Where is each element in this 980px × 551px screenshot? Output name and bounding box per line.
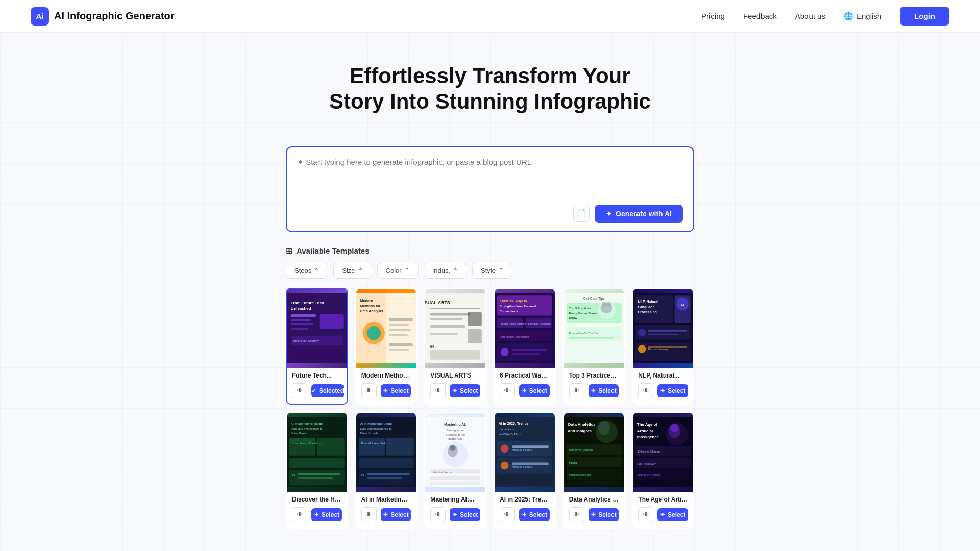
template-card[interactable]: AI in Marketing: Using Data and Intellig… bbox=[286, 412, 348, 529]
svg-text:digital Age: digital Age bbox=[449, 438, 462, 441]
svg-text:Medicine Sources: Medicine Sources bbox=[433, 471, 453, 474]
preview-button[interactable]: 👁 bbox=[500, 383, 515, 398]
select-button[interactable]: ✦ Select bbox=[381, 384, 411, 397]
svg-text:Artificial: Artificial bbox=[637, 429, 653, 433]
generate-button[interactable]: ✦ Generate with AI bbox=[595, 205, 683, 223]
select-button[interactable]: ✦ Select bbox=[519, 384, 550, 397]
template-thumbnail: NLP, Natural Language Processing AI Mach… bbox=[633, 289, 693, 368]
svg-text:VISUAL ARTS: VISUAL ARTS bbox=[425, 300, 450, 305]
preview-button[interactable]: 👁 bbox=[638, 507, 653, 522]
svg-text:Personalization and: Personalization and bbox=[569, 474, 591, 477]
preview-button[interactable]: 👁 bbox=[292, 507, 307, 522]
template-title: Discover the Hidde... bbox=[292, 496, 342, 503]
select-button[interactable]: ✦ Select bbox=[450, 384, 480, 397]
template-card[interactable]: AI in Marketing: Using Data and Intellig… bbox=[355, 412, 418, 529]
preview-button[interactable]: 👁 bbox=[430, 507, 446, 522]
preview-button[interactable]: 👁 bbox=[569, 507, 584, 522]
select-button[interactable]: ✦ Select bbox=[657, 384, 688, 397]
template-actions: 👁 ✦ Select bbox=[633, 503, 693, 528]
svg-text:Data and Intelligence to: Data and Intelligence to bbox=[360, 427, 392, 430]
template-thumbnail: Mastering AI: Strategies for Success in … bbox=[425, 413, 485, 492]
eye-icon: 👁 bbox=[504, 511, 510, 518]
svg-rect-32 bbox=[430, 333, 458, 335]
select-button[interactable]: ✓ Selected bbox=[311, 384, 344, 397]
svg-rect-91 bbox=[298, 473, 340, 475]
template-thumbnail: AI in 2025: Trends, Innovations, and Wha… bbox=[495, 413, 555, 492]
nav-about[interactable]: About us bbox=[795, 12, 825, 20]
template-info: Top 3 Practices... bbox=[564, 368, 624, 379]
template-card[interactable]: VISUAL ARTS 04 VISUAL ARTS 👁 ✦ Select bbox=[424, 288, 486, 405]
filter-color[interactable]: Color ⌃ bbox=[377, 263, 419, 279]
filter-industry[interactable]: Indus. ⌃ bbox=[424, 263, 467, 279]
select-button[interactable]: ✦ Select bbox=[450, 508, 480, 521]
select-button[interactable]: ✦ Select bbox=[519, 508, 550, 521]
svg-text:Medicine Sources: Medicine Sources bbox=[512, 449, 532, 452]
svg-text:Machine Learning: Machine Learning bbox=[648, 348, 668, 351]
preview-button[interactable]: 👁 bbox=[292, 383, 307, 398]
login-button[interactable]: Login bbox=[900, 7, 949, 26]
preview-button[interactable]: 👁 bbox=[569, 383, 584, 398]
svg-text:Data Analytics: Data Analytics bbox=[568, 422, 596, 427]
template-card[interactable]: The Age of Artificial Intelligence Enhan… bbox=[632, 412, 694, 529]
template-thumbnail: VISUAL ARTS 04 bbox=[425, 289, 485, 368]
svg-text:Connections: Connections bbox=[500, 310, 518, 313]
preview-button[interactable]: 👁 bbox=[500, 507, 515, 522]
svg-text:Title: Future Tech: Title: Future Tech bbox=[291, 300, 324, 305]
nav-links: Pricing Feedback About us 🌐 English Logi… bbox=[701, 7, 949, 26]
filter-style[interactable]: Style ⌃ bbox=[472, 263, 512, 279]
select-button[interactable]: ✦ Select bbox=[311, 508, 342, 521]
svg-text:Intelligence: Intelligence bbox=[637, 435, 659, 439]
nav-feedback[interactable]: Feedback bbox=[743, 12, 777, 20]
nav-pricing[interactable]: Pricing bbox=[701, 12, 725, 20]
svg-rect-4 bbox=[291, 319, 311, 321]
preview-button[interactable]: 👁 bbox=[361, 507, 377, 522]
select-button[interactable]: ✦ Select bbox=[589, 384, 619, 397]
svg-rect-97 bbox=[359, 438, 385, 456]
hero-section: Effortlessly Transform Your Story Into S… bbox=[0, 33, 980, 130]
svg-rect-115 bbox=[430, 476, 480, 480]
svg-point-126 bbox=[501, 462, 509, 470]
template-card[interactable]: AI in 2025: Trends, Innovations, and Wha… bbox=[494, 412, 556, 529]
template-card[interactable]: NLP, Natural Language Processing AI Mach… bbox=[632, 288, 694, 405]
svg-rect-20 bbox=[388, 329, 410, 331]
svg-rect-129 bbox=[497, 475, 552, 485]
svg-rect-23 bbox=[388, 349, 408, 351]
template-thumbnail: The Age of Artificial Intelligence Enhan… bbox=[633, 413, 693, 492]
hero-title: Effortlessly Transform Your Story Into S… bbox=[10, 63, 970, 115]
svg-rect-75 bbox=[648, 334, 678, 335]
template-card[interactable]: Title: Future Tech Unleashed Blockchain … bbox=[286, 288, 348, 405]
preview-button[interactable]: 👁 bbox=[638, 383, 653, 398]
svg-text:Language: Language bbox=[638, 305, 655, 309]
template-thumbnail: Title: Future Tech Unleashed Blockchain … bbox=[287, 289, 347, 368]
template-icon: ⊞ bbox=[286, 246, 292, 256]
preview-button[interactable]: 👁 bbox=[430, 383, 446, 398]
template-actions: 👁 ✦ Select bbox=[356, 503, 416, 528]
svg-point-55 bbox=[602, 302, 606, 307]
template-card[interactable]: Modern Methods for Data Analysis Modern … bbox=[355, 288, 418, 405]
svg-text:AI: AI bbox=[680, 303, 684, 307]
file-upload-button[interactable]: 📄 bbox=[573, 206, 590, 222]
eye-icon: 👁 bbox=[435, 387, 442, 394]
svg-text:Practice Active Listening: Practice Active Listening bbox=[500, 323, 527, 325]
template-card[interactable]: Cat Care Tips Top 3 Practices Every Owne… bbox=[563, 288, 625, 405]
template-card[interactable]: 6 Practical Ways to Strengthen Your Pers… bbox=[494, 288, 556, 405]
template-info: Mastering AI:... bbox=[425, 492, 485, 503]
template-card[interactable]: Data Analytics and Insights Data-Driven … bbox=[563, 412, 625, 529]
filter-steps[interactable]: Steps ⌃ bbox=[286, 263, 328, 279]
sparkle-icon: ✦ bbox=[606, 210, 612, 218]
logo[interactable]: Ai AI Infographic Generator bbox=[31, 7, 175, 26]
sparkle-icon: ✦ bbox=[660, 511, 665, 518]
nav-language[interactable]: 🌐 English bbox=[844, 12, 881, 21]
filter-size[interactable]: Size ⌃ bbox=[333, 263, 372, 279]
prompt-textarea[interactable] bbox=[297, 158, 683, 198]
svg-rect-27 bbox=[430, 313, 470, 316]
select-button[interactable]: ✦ Select bbox=[657, 508, 688, 521]
eye-icon: 👁 bbox=[504, 387, 510, 394]
svg-text:AI in Marketing: Using: AI in Marketing: Using bbox=[291, 422, 323, 425]
svg-text:and Insights: and Insights bbox=[568, 429, 592, 433]
preview-button[interactable]: 👁 bbox=[361, 383, 377, 398]
chevron-icon: ⌃ bbox=[358, 267, 363, 274]
select-button[interactable]: ✦ Select bbox=[381, 508, 411, 521]
select-button[interactable]: ✦ Select bbox=[589, 508, 619, 521]
template-card[interactable]: Mastering AI: Strategies for Success in … bbox=[424, 412, 486, 529]
